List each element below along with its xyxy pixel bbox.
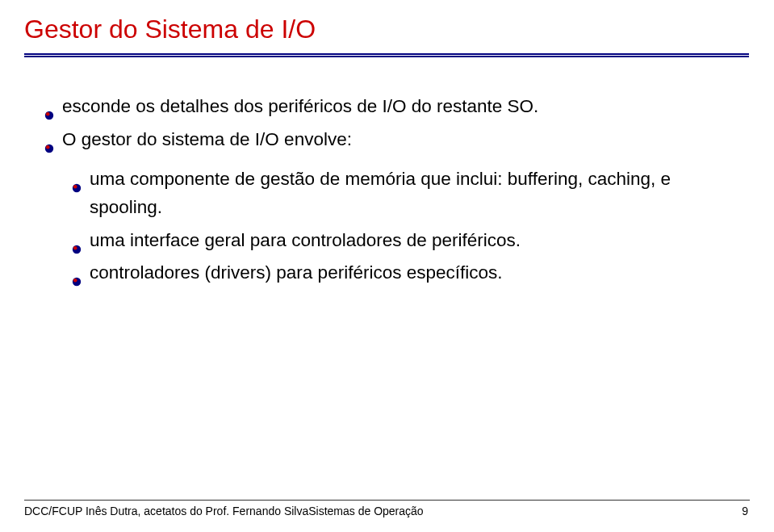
bullet-icon <box>72 174 82 183</box>
footer-rule <box>24 500 750 501</box>
slide-content: esconde os detalhes dos periféricos de I… <box>44 93 742 292</box>
bullet-text: O gestor do sistema de I/O envolve: <box>62 126 742 154</box>
bullet-level2: uma componente de gestão de memória que … <box>72 165 742 222</box>
svg-point-9 <box>73 279 77 283</box>
page-number: 9 <box>742 505 748 517</box>
bullet-text: uma interface geral para controladores d… <box>90 227 742 255</box>
bullet-icon <box>44 134 54 144</box>
sub-bullets: uma componente de gestão de memória que … <box>44 165 742 288</box>
svg-point-0 <box>45 111 53 119</box>
title-rule-bottom <box>24 56 749 57</box>
bullet-icon <box>44 101 54 111</box>
bullet-text: controladores (drivers) para periféricos… <box>90 259 742 287</box>
svg-point-5 <box>73 185 77 189</box>
slide-title: Gestor do Sistema de I/O <box>24 15 316 44</box>
svg-point-1 <box>46 112 50 116</box>
svg-point-4 <box>73 184 81 192</box>
bullet-icon <box>72 235 82 245</box>
svg-point-6 <box>73 245 81 253</box>
bullet-level1: esconde os detalhes dos periféricos de I… <box>44 93 742 121</box>
svg-point-2 <box>45 145 53 153</box>
bullet-text: uma componente de gestão de memória que … <box>90 165 742 222</box>
bullet-level2: uma interface geral para controladores d… <box>72 227 742 255</box>
svg-point-7 <box>73 245 77 249</box>
svg-point-3 <box>46 145 50 149</box>
slide-footer: DCC/FCUP Inês Dutra, acetatos do Prof. F… <box>24 505 748 517</box>
title-rule-top <box>24 53 749 55</box>
bullet-level2: controladores (drivers) para periféricos… <box>72 259 742 287</box>
bullet-level1: O gestor do sistema de I/O envolve: <box>44 126 742 154</box>
bullet-icon <box>72 267 82 277</box>
bullet-text: esconde os detalhes dos periféricos de I… <box>62 93 742 121</box>
svg-point-8 <box>73 278 81 286</box>
footer-left: DCC/FCUP Inês Dutra, acetatos do Prof. F… <box>24 505 424 517</box>
